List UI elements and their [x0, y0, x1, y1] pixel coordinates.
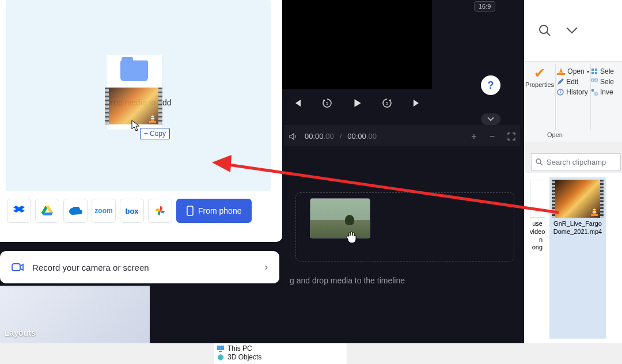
svg-rect-2: [149, 121, 156, 123]
open-menu: Open▾ Edit History: [556, 62, 590, 142]
svg-rect-3: [187, 206, 193, 215]
select-menu: Sele Sele Inve: [591, 62, 614, 142]
svg-text:5: 5: [326, 101, 328, 105]
svg-rect-13: [595, 79, 597, 81]
history-button[interactable]: History: [557, 88, 589, 96]
aspect-ratio-badge[interactable]: 16:9: [474, 1, 495, 12]
layouts-label: Layouts: [5, 328, 36, 338]
svg-rect-8: [591, 69, 594, 71]
explorer-tree-fragment: This PC 3D Objects: [214, 343, 347, 364]
record-label: Record your camera or screen: [32, 263, 149, 272]
search-icon: [535, 158, 543, 166]
folder-icon: [120, 60, 148, 81]
svg-text:5: 5: [386, 101, 388, 105]
fit-icon[interactable]: [507, 132, 515, 141]
timeline-hint-text: g and drop media to the timeline: [284, 276, 520, 285]
svg-rect-18: [217, 346, 224, 350]
svg-rect-11: [595, 72, 597, 74]
svg-rect-12: [591, 79, 594, 81]
media-import-panel: Drop media to add + Copy zoom box From p…: [0, 0, 282, 242]
time-bar: 00:00.00 / 00:00.00 + −: [284, 126, 520, 146]
select-all-button[interactable]: Sele: [591, 67, 614, 75]
explorer-header: [524, 0, 622, 61]
skip-end-icon[interactable]: [411, 97, 423, 109]
explorer-search[interactable]: Search clipchamp: [531, 153, 621, 170]
svg-point-16: [536, 159, 541, 164]
expand-down-button[interactable]: [481, 113, 500, 125]
phone-icon: [187, 206, 194, 216]
player-controls: 5 5: [291, 97, 423, 109]
zoom-in-icon[interactable]: +: [471, 131, 476, 142]
onedrive-button[interactable]: [63, 199, 88, 223]
box-button[interactable]: box: [120, 199, 144, 223]
this-pc-item[interactable]: This PC: [217, 344, 344, 352]
svg-rect-15: [595, 93, 597, 95]
from-phone-button[interactable]: From phone: [176, 199, 252, 223]
3d-objects-item[interactable]: 3D Objects: [217, 353, 344, 361]
plus-icon: +: [144, 130, 148, 138]
svg-rect-14: [591, 89, 594, 92]
copy-badge: + Copy: [140, 128, 170, 139]
file-item[interactable]: GnR_Live_FargoDome_2021.mp4: [549, 177, 606, 339]
timeline[interactable]: g and drop media to the timeline: [284, 146, 520, 342]
chevron-right-icon: ›: [265, 262, 268, 272]
media-dropzone[interactable]: Drop media to add + Copy: [6, 0, 271, 191]
zoom-button[interactable]: zoom: [92, 199, 116, 223]
vlc-icon: [590, 206, 599, 217]
file-name: GnR_Live_FargoDome_2021.mp4: [552, 220, 604, 236]
select-none-button[interactable]: Sele: [591, 78, 614, 86]
svg-rect-17: [591, 214, 598, 216]
video-preview: [282, 0, 432, 89]
explorer-file-grid: use video n ong GnR_Live_FargoDome_2021.…: [524, 173, 622, 343]
help-button[interactable]: ?: [481, 75, 500, 95]
camera-icon: [12, 263, 24, 272]
layouts-panel[interactable]: Layouts: [0, 286, 150, 343]
cursor-arrow-icon: [131, 120, 141, 131]
svg-rect-6: [557, 73, 565, 75]
properties-button[interactable]: ✔ Properties Open: [524, 62, 555, 142]
vlc-icon: [148, 113, 157, 123]
google-drive-button[interactable]: [35, 199, 59, 223]
grab-cursor-icon: [344, 229, 359, 244]
svg-point-5: [540, 25, 548, 33]
timeline-clip-preview: [310, 198, 370, 238]
svg-rect-4: [12, 264, 20, 271]
svg-rect-19: [219, 351, 222, 352]
dropbox-button[interactable]: [7, 199, 31, 223]
audio-icon[interactable]: [289, 132, 299, 141]
chevron-down-icon[interactable]: [566, 26, 578, 35]
zoom-out-icon[interactable]: −: [490, 131, 495, 142]
provider-row: zoom box From phone: [7, 199, 252, 223]
open-button[interactable]: Open▾: [557, 67, 589, 75]
check-icon: ✔: [534, 65, 545, 81]
svg-rect-10: [591, 72, 594, 74]
rewind-5-icon[interactable]: 5: [321, 97, 333, 109]
file-item[interactable]: use video n ong: [528, 177, 545, 339]
skip-start-icon[interactable]: [291, 97, 304, 109]
edit-button[interactable]: Edit: [557, 78, 589, 86]
time-current: 00:00.00: [305, 132, 334, 141]
play-icon[interactable]: [351, 97, 363, 109]
drag-file-preview: [105, 88, 162, 124]
invert-selection-button[interactable]: Inve: [591, 88, 614, 96]
forward-5-icon[interactable]: 5: [381, 97, 393, 109]
svg-rect-9: [595, 69, 597, 71]
explorer-ribbon: ✔ Properties Open Open▾ Edit History Sel…: [524, 61, 622, 142]
record-bar[interactable]: Record your camera or screen ›: [0, 251, 279, 283]
google-photos-button[interactable]: [148, 199, 172, 223]
search-placeholder: Search clipchamp: [547, 158, 606, 166]
search-icon[interactable]: [538, 24, 552, 37]
time-total: 00:00.00: [347, 132, 377, 141]
